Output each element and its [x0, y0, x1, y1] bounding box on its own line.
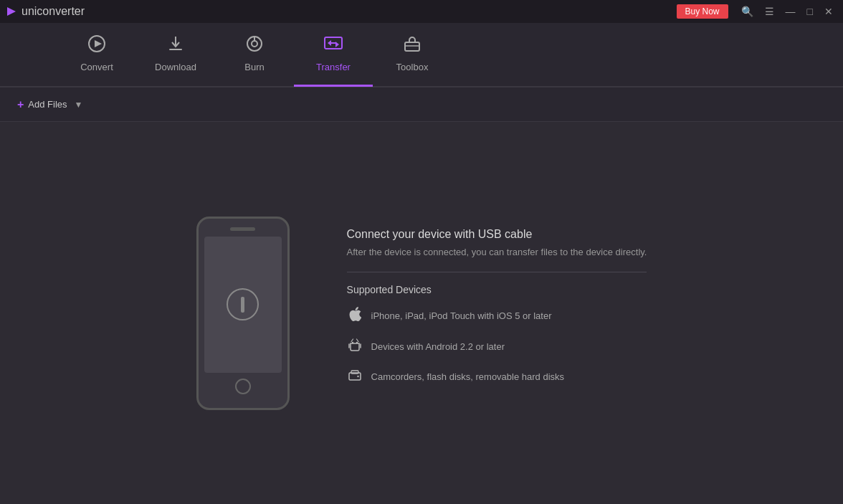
device-item-apple: iPhone, iPad, iPod Touch with iOS 5 or l… — [347, 307, 647, 325]
phone-home-button — [235, 379, 251, 394]
supported-devices-title: Supported Devices — [347, 284, 647, 295]
maximize-icon[interactable]: □ — [803, 4, 817, 19]
nav-label-convert: Convert — [80, 62, 113, 72]
add-files-plus-icon: + — [17, 98, 24, 111]
add-files-label: Add Files — [28, 99, 67, 110]
download-icon — [166, 34, 185, 57]
svg-marker-0 — [7, 7, 16, 16]
add-files-dropdown-button[interactable]: ▼ — [73, 100, 85, 110]
phone-power-circle — [227, 288, 259, 320]
svg-line-17 — [356, 339, 358, 342]
apple-icon — [347, 307, 363, 325]
device-item-storage: Camcorders, flash disks, removable hard … — [347, 369, 647, 385]
transfer-icon — [323, 34, 343, 57]
phone-speaker — [230, 227, 255, 231]
nav-label-transfer: Transfer — [316, 62, 351, 72]
nav-item-toolbox[interactable]: Toolbox — [373, 22, 452, 87]
titlebar-left: uniconverter — [6, 5, 85, 18]
nav-label-toolbox: Toolbox — [396, 62, 429, 72]
svg-point-6 — [252, 41, 257, 47]
nav-label-download: Download — [155, 62, 196, 72]
buy-now-button[interactable]: Buy Now — [677, 4, 728, 19]
phone-illustration — [196, 217, 290, 410]
toolbox-icon — [403, 34, 422, 57]
add-files-button[interactable]: + Add Files — [11, 95, 73, 114]
svg-rect-19 — [351, 371, 358, 374]
main-content: Connect your device with USB cable After… — [0, 122, 843, 504]
convert-icon — [87, 34, 106, 57]
menu-icon[interactable]: ☰ — [761, 4, 778, 19]
svg-marker-2 — [95, 40, 102, 47]
titlebar-right: Buy Now 🔍 ☰ — □ ✕ — [677, 4, 838, 19]
android-icon — [347, 338, 363, 356]
device-label-storage: Camcorders, flash disks, removable hard … — [371, 371, 565, 382]
nav-item-burn[interactable]: Burn — [215, 22, 294, 87]
title-bar: uniconverter Buy Now 🔍 ☰ — □ ✕ — [0, 0, 843, 23]
app-logo-icon — [6, 6, 17, 17]
burn-icon — [245, 34, 264, 57]
svg-rect-10 — [405, 42, 419, 51]
minimize-icon[interactable]: — — [781, 4, 800, 19]
nav-item-transfer[interactable]: Transfer — [294, 22, 373, 87]
device-item-android: Devices with Android 2.2 or later — [347, 338, 647, 356]
toolbar: + Add Files ▼ — [0, 87, 843, 122]
connect-title: Connect your device with USB cable — [347, 228, 647, 241]
info-divider — [347, 272, 647, 272]
phone-power-line — [241, 297, 244, 313]
app-name: uniconverter — [22, 5, 85, 18]
search-icon[interactable]: 🔍 — [737, 4, 758, 19]
storage-icon — [347, 369, 363, 385]
close-icon[interactable]: ✕ — [820, 4, 837, 19]
svg-point-20 — [357, 376, 358, 377]
svg-rect-4 — [169, 49, 182, 50]
navbar: Convert Download Burn — [0, 23, 843, 87]
nav-item-download[interactable]: Download — [136, 22, 215, 87]
info-panel: Connect your device with USB cable After… — [347, 228, 647, 398]
connect-subtitle: After the device is connected, you can t… — [347, 247, 647, 257]
svg-line-16 — [351, 339, 353, 342]
nav-label-burn: Burn — [244, 62, 264, 72]
phone-outer — [196, 217, 290, 410]
device-label-android: Devices with Android 2.2 or later — [371, 341, 505, 352]
device-label-apple: iPhone, iPad, iPod Touch with iOS 5 or l… — [371, 310, 552, 321]
phone-screen — [204, 237, 282, 373]
nav-item-convert[interactable]: Convert — [57, 22, 136, 87]
